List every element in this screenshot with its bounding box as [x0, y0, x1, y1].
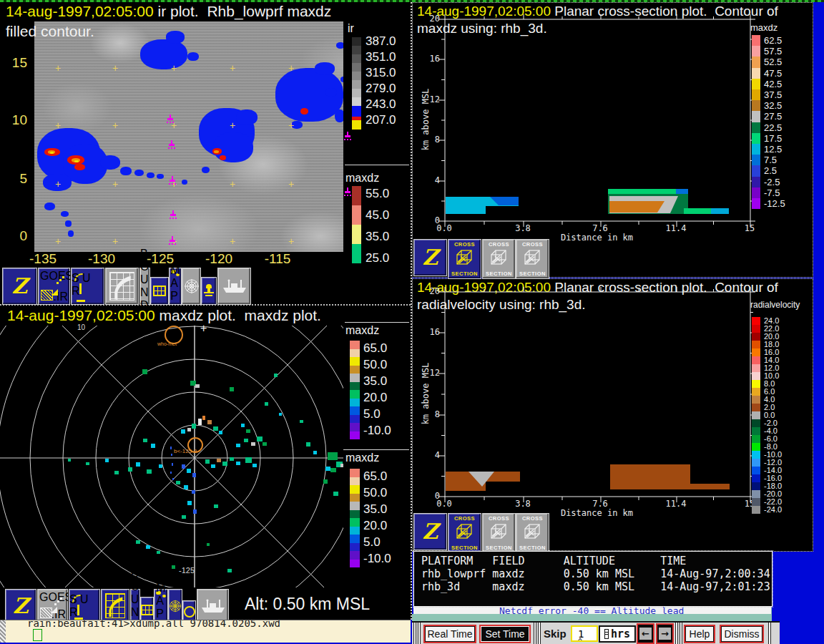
xs-radial-title-line2: radialvelocity using: rhb_3d. — [417, 297, 586, 313]
cross-section-1-button[interactable]: CROSS SECTION — [448, 513, 481, 553]
radar-echo — [219, 431, 222, 434]
radar-echo — [86, 462, 89, 465]
section-label: SECTION — [451, 545, 478, 551]
radar-echo — [213, 426, 218, 431]
ir-title-text: ir plot. Rhb_lowprf maxdz — [154, 3, 332, 19]
zebra-button[interactable]: Z — [413, 239, 447, 276]
terminal-window[interactable]: rain:beaufait:41>xdump.all 970814.0205.x… — [0, 620, 411, 643]
skip-input[interactable] — [571, 625, 598, 642]
cloud-blob — [214, 150, 219, 153]
xs-maxdz-title-line2: maxdz using: rhb_3d. — [417, 21, 547, 36]
cross-section-cube-icon — [455, 523, 475, 540]
radar-echo — [198, 419, 202, 425]
radar-echo — [184, 485, 188, 489]
radar-echo — [222, 462, 227, 466]
xs-maxdz-plot-canvas — [413, 3, 813, 277]
step-forward-button[interactable]: → — [656, 623, 674, 644]
radar-echo — [192, 473, 196, 477]
radar-echo — [187, 469, 191, 473]
cube-icon-wrap — [523, 523, 543, 543]
radar-echo — [105, 459, 109, 462]
cloud-blob — [61, 211, 69, 217]
terminal-prompt: rain:beaufait:41>xdump.all 970814.0205.x… — [27, 620, 280, 629]
zebra-button[interactable]: Z — [5, 589, 36, 623]
radar-echo — [230, 457, 234, 461]
radar-dish-glyph — [102, 590, 129, 622]
radar-echo — [170, 447, 172, 449]
hrs-units-button[interactable]: hrs — [599, 625, 636, 643]
radar-echo — [151, 444, 155, 448]
radar-echo — [217, 459, 221, 462]
cross-section-2-button[interactable]: CROSS SECTION — [482, 513, 516, 553]
radar-echo — [263, 442, 267, 446]
radar-echo — [325, 467, 330, 471]
zebra-z-icon: Z — [423, 247, 438, 268]
xs-maxdz-plot[interactable] — [413, 3, 813, 277]
grid-radar-button[interactable] — [101, 589, 129, 623]
grid-small-button[interactable] — [150, 277, 169, 305]
dismiss-button[interactable]: Dismiss — [720, 625, 764, 643]
xs-radial-plot[interactable] — [413, 279, 813, 551]
cube-icon-wrap — [489, 249, 509, 269]
platform-table: PLATFORM FIELD ALTITUDE TIME rhb_lowprf … — [421, 555, 772, 593]
radar-echo — [159, 464, 162, 468]
cloud-blob — [120, 167, 132, 175]
cross-label: CROSS — [454, 515, 475, 522]
radar-echo — [333, 492, 338, 496]
cross-section-cube-icon — [489, 523, 509, 540]
radar-echo — [202, 416, 205, 420]
map-button[interactable]: M A P — [154, 589, 168, 623]
radar-echo — [142, 369, 147, 374]
cube-icon-wrap — [523, 249, 543, 269]
cross-section-cube-icon — [455, 249, 475, 266]
cloud-blob — [74, 164, 85, 170]
cloud-blob — [74, 160, 79, 162]
cloud-blob — [187, 52, 199, 61]
cloud-blob — [335, 109, 343, 122]
divider — [413, 623, 416, 644]
set-time-button[interactable]: Set Time — [479, 625, 531, 643]
cloud-blob — [147, 172, 154, 178]
radar-sur-button[interactable]: S U R — [69, 589, 100, 623]
cross-label: CROSS — [489, 241, 509, 248]
radar-title-time: 14-aug-1997,02:05:00 — [7, 307, 155, 323]
radar-spoke — [24, 326, 195, 458]
radar-echo — [328, 452, 338, 460]
radar-echo — [306, 442, 310, 447]
polar-grid-button[interactable] — [168, 589, 182, 623]
help-button[interactable]: Help — [684, 625, 715, 643]
time-control-bar: Real Time Set Time Skip ^ hrs ← → Help D… — [412, 621, 780, 644]
cross-label: CROSS — [454, 241, 475, 248]
cloud-blob — [134, 170, 144, 176]
radar-echo — [195, 384, 200, 388]
cloud-blob — [65, 220, 72, 227]
buoy-button[interactable] — [201, 277, 217, 305]
ship-button[interactable] — [197, 589, 229, 623]
radar-echo — [157, 551, 160, 554]
grid-small-button[interactable] — [140, 597, 154, 623]
ship-icon — [222, 278, 247, 294]
cross-section-3-button[interactable]: CROSS SECTION — [516, 239, 549, 279]
radar-echo — [176, 481, 180, 484]
bounds-button[interactable]: B O U N D S — [130, 589, 140, 623]
goes-ir-icon: GOES .IR — [38, 590, 67, 622]
divider — [768, 623, 771, 644]
real-time-button[interactable]: Real Time — [423, 625, 476, 643]
goes-ir-button[interactable]: GOES .IR — [37, 589, 68, 623]
cross-section-3-button[interactable]: CROSS SECTION — [516, 513, 549, 553]
radar-echo — [182, 464, 185, 469]
cloud-blob — [140, 39, 187, 69]
xs-maxdz-contour-region — [676, 189, 688, 194]
ir-satellite-image[interactable] — [34, 21, 343, 252]
zebra-button[interactable]: Z — [413, 513, 447, 550]
step-back-button[interactable]: ← — [637, 623, 654, 644]
cross-section-1-button[interactable]: CROSS SECTION — [448, 239, 481, 279]
zebra-z-icon: Z — [12, 275, 28, 297]
radar-echo — [330, 468, 336, 472]
radar-echo — [181, 429, 185, 434]
radar-echo — [251, 442, 255, 446]
xs-radial-button-row: ZCROSS SECTIONCROSS SECTIONCROSS SECTION — [0, 513, 824, 549]
radar-echo — [171, 454, 172, 456]
radar-echo — [300, 420, 303, 423]
cross-section-2-button[interactable]: CROSS SECTION — [482, 239, 516, 279]
